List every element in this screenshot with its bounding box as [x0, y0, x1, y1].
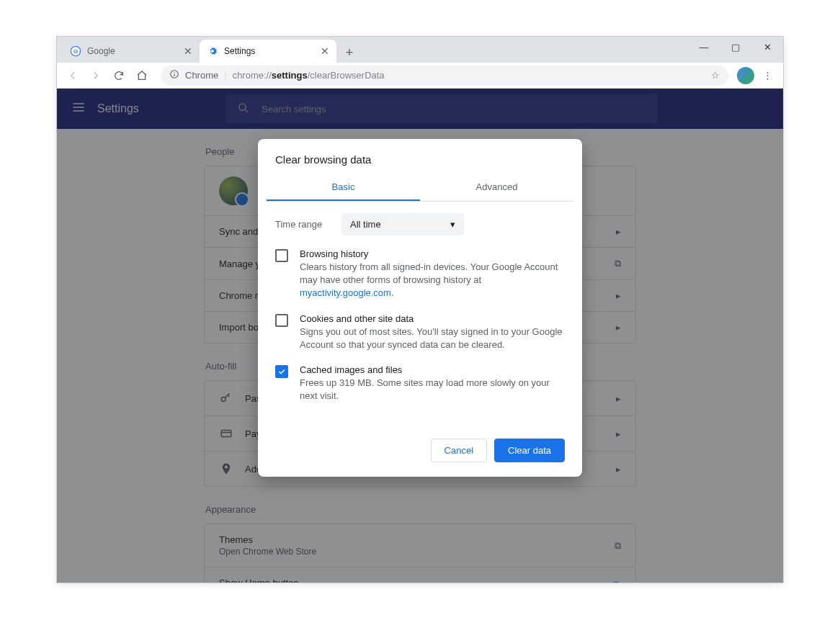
checkbox[interactable]	[275, 314, 288, 327]
tab-google[interactable]: G Google ✕	[63, 40, 200, 63]
option-cached[interactable]: Cached images and files Frees up 319 MB.…	[275, 364, 565, 403]
google-favicon-icon: G	[70, 45, 81, 57]
toolbar: Chrome | chrome://settings/clearBrowserD…	[57, 63, 783, 89]
dialog-tabs: Basic Advanced	[267, 174, 573, 202]
minimize-button[interactable]: —	[688, 37, 720, 57]
close-icon[interactable]: ✕	[321, 45, 329, 57]
maximize-button[interactable]: ▢	[720, 37, 751, 57]
bookmark-icon[interactable]: ☆	[711, 70, 720, 81]
url-text: chrome://settings/clearBrowserData	[233, 70, 385, 81]
close-window-button[interactable]: ✕	[751, 37, 783, 57]
window-controls: — ▢ ✕	[688, 37, 783, 57]
checkbox[interactable]	[275, 249, 288, 262]
url-scheme-label: Chrome	[185, 70, 218, 81]
page-content: Settings Search settings People David Gw…	[57, 89, 783, 583]
time-range-select[interactable]: All time ▾	[341, 213, 464, 235]
svg-rect-4	[174, 73, 174, 76]
close-icon[interactable]: ✕	[184, 45, 192, 57]
profile-avatar-button[interactable]	[737, 67, 754, 84]
tabstrip: G Google ✕ Settings ✕ +	[57, 37, 359, 63]
cancel-button[interactable]: Cancel	[431, 439, 487, 462]
omnibox[interactable]: Chrome | chrome://settings/clearBrowserD…	[161, 66, 728, 86]
titlebar: G Google ✕ Settings ✕ + — ▢ ✕	[57, 37, 783, 63]
chevron-down-icon: ▾	[450, 219, 455, 230]
checkbox[interactable]	[275, 365, 288, 378]
reload-button[interactable]	[109, 66, 129, 86]
site-info-icon[interactable]	[169, 69, 179, 81]
modal-overlay: Clear browsing data Basic Advanced Time …	[57, 89, 783, 583]
new-tab-button[interactable]: +	[339, 42, 359, 63]
browser-window: G Google ✕ Settings ✕ + — ▢ ✕	[56, 36, 784, 583]
dialog-title: Clear browsing data	[258, 153, 582, 174]
forward-button[interactable]	[86, 66, 106, 86]
clear-data-button[interactable]: Clear data	[494, 439, 565, 462]
tab-advanced[interactable]: Advanced	[420, 174, 573, 201]
settings-favicon-icon	[207, 45, 218, 57]
menu-button[interactable]: ⋮	[757, 66, 777, 86]
svg-text:G: G	[73, 48, 78, 55]
svg-point-3	[174, 72, 174, 73]
back-button[interactable]	[63, 66, 83, 86]
tab-settings[interactable]: Settings ✕	[200, 40, 336, 63]
tab-title: Settings	[224, 46, 315, 56]
myactivity-link[interactable]: myactivity.google.com	[300, 287, 391, 298]
time-range-label: Time range	[275, 219, 330, 230]
home-button[interactable]	[132, 66, 152, 86]
option-cookies[interactable]: Cookies and other site data Signs you ou…	[275, 313, 565, 351]
clear-data-dialog: Clear browsing data Basic Advanced Time …	[258, 139, 582, 477]
option-browsing-history[interactable]: Browsing history Clears history from all…	[275, 248, 565, 300]
tab-title: Google	[87, 46, 178, 56]
tab-basic[interactable]: Basic	[267, 174, 420, 201]
